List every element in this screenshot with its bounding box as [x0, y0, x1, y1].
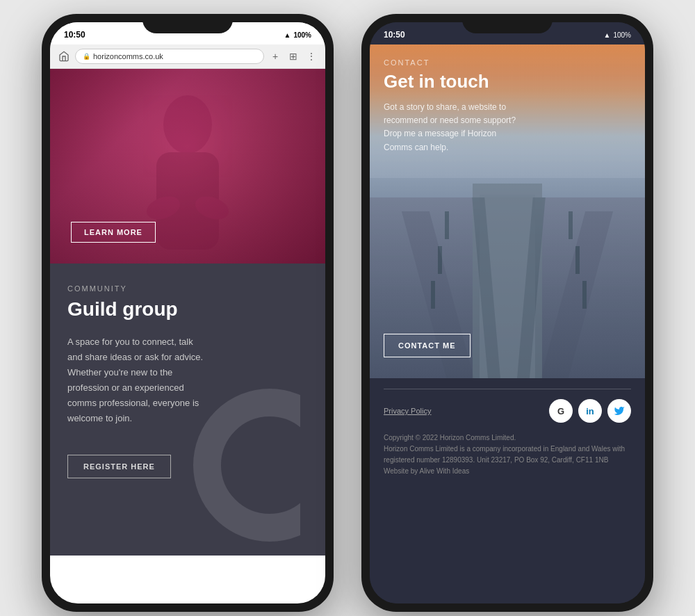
tabs-button[interactable]: ⊞ — [286, 49, 300, 63]
phone-2: 10:50 ▲ 100% — [361, 14, 653, 612]
hero-section: LEARN MORE — [50, 69, 325, 264]
url-text: horizoncomms.co.uk — [93, 52, 163, 60]
contact-me-button[interactable]: CONTACT ME — [384, 334, 471, 357]
social-icons-container: G in — [549, 399, 631, 423]
contact-title: Get in touch — [384, 71, 631, 92]
community-description: A space for you to connect, talk and sha… — [67, 334, 206, 427]
phone1-content: LEARN MORE COMMUNITY Guild group A space… — [50, 69, 325, 603]
svg-rect-12 — [569, 211, 573, 239]
learn-more-button[interactable]: LEARN MORE — [71, 222, 156, 243]
svg-rect-14 — [582, 281, 587, 309]
contact-section-label: CONTACT — [384, 58, 631, 67]
c-decoration — [193, 389, 325, 542]
contact-overlay: CONTACT Get in touch Got a story to shar… — [370, 44, 645, 154]
privacy-policy-link[interactable]: Privacy Policy — [384, 407, 431, 415]
menu-button[interactable]: ⋮ — [304, 49, 318, 63]
status-icons-2: ▲ 100% — [604, 31, 631, 39]
status-time-2: 10:50 — [384, 30, 405, 40]
google-social-icon[interactable]: G — [549, 399, 573, 423]
contact-description: Got a story to share, a website to recom… — [384, 101, 523, 154]
footer-copyright: Copyright © 2022 Horizon Comms Limited. … — [384, 432, 631, 477]
phone-screen-1: 10:50 ▲ 100% 🔒 horizoncomms.co.uk + ⊞ ⋮ — [50, 22, 325, 603]
phone-notch-2 — [462, 14, 553, 33]
signal-icon-2: ▲ — [604, 31, 611, 39]
home-button[interactable] — [57, 49, 71, 63]
svg-rect-13 — [575, 246, 580, 274]
browser-bar: 🔒 horizoncomms.co.uk + ⊞ ⋮ — [50, 44, 325, 69]
linkedin-social-icon[interactable]: in — [578, 399, 602, 423]
svg-rect-9 — [445, 211, 449, 239]
community-section: COMMUNITY Guild group A space for you to… — [50, 264, 325, 556]
phone-screen-2: 10:50 ▲ 100% — [370, 22, 645, 603]
phone-notch-1 — [142, 14, 233, 33]
signal-icon-1: ▲ — [284, 31, 291, 39]
status-time-1: 10:50 — [64, 30, 85, 40]
register-button[interactable]: REGISTER HERE — [67, 455, 171, 478]
footer-divider — [384, 389, 631, 389]
phone-1: 10:50 ▲ 100% 🔒 horizoncomms.co.uk + ⊞ ⋮ — [42, 14, 334, 612]
twitter-social-icon[interactable] — [607, 399, 631, 423]
contact-hero-section: CONTACT Get in touch Got a story to shar… — [370, 44, 645, 378]
footer-top-row: Privacy Policy G in — [384, 399, 631, 423]
battery-icon-1: 100% — [293, 31, 311, 39]
community-label: COMMUNITY — [67, 284, 308, 293]
community-title: Guild group — [67, 298, 308, 321]
new-tab-button[interactable]: + — [268, 49, 282, 63]
lock-icon: 🔒 — [83, 53, 90, 60]
svg-point-0 — [163, 95, 212, 154]
svg-rect-11 — [431, 281, 435, 309]
status-icons-1: ▲ 100% — [284, 31, 311, 39]
footer-section: Privacy Policy G in Copyright © 2022 Hor… — [370, 378, 645, 603]
url-bar[interactable]: 🔒 horizoncomms.co.uk — [75, 49, 264, 64]
svg-rect-10 — [438, 246, 442, 274]
battery-icon-2: 100% — [613, 31, 631, 39]
